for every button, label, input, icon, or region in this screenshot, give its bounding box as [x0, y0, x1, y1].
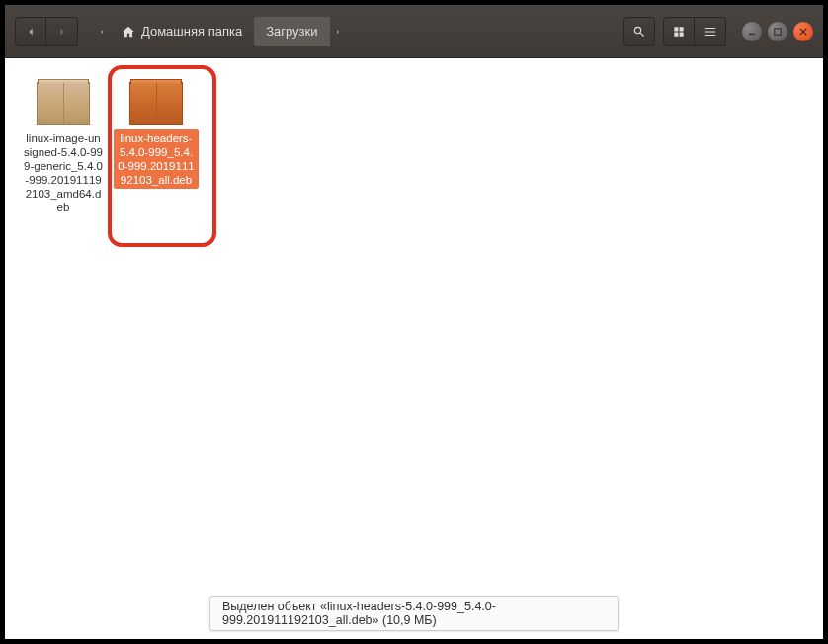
window-controls: [742, 22, 813, 41]
forward-button[interactable]: [46, 17, 78, 46]
grid-icon: [672, 25, 686, 39]
svg-rect-0: [749, 33, 755, 35]
list-view-button[interactable]: [695, 17, 726, 46]
package-icon: [37, 78, 90, 125]
chevron-right-icon: [55, 25, 69, 39]
file-item-selected[interactable]: linux-headers-5.4.0-999_5.4.0-999.201911…: [110, 74, 203, 193]
home-icon: [122, 25, 135, 39]
back-button[interactable]: [15, 17, 46, 46]
chevron-left-icon: [24, 25, 38, 39]
grid-view-button[interactable]: [663, 17, 695, 46]
list-icon: [704, 25, 717, 39]
breadcrumb-home-label: Домашняя папка: [141, 24, 242, 39]
file-grid[interactable]: linux-image-unsigned-5.4.0-999-generic_5…: [5, 58, 823, 639]
file-label: linux-image-unsigned-5.4.0-999-generic_5…: [21, 129, 106, 216]
path-bar: Домашняя папка Загрузки: [94, 17, 618, 46]
svg-rect-1: [775, 28, 781, 34]
search-button[interactable]: [623, 17, 655, 46]
nav-buttons: [15, 17, 78, 46]
file-item[interactable]: linux-image-unsigned-5.4.0-999-generic_5…: [17, 74, 110, 220]
file-label-selected: linux-headers-5.4.0-999_5.4.0-999.201911…: [114, 129, 199, 189]
minimize-button[interactable]: [742, 22, 762, 41]
close-button[interactable]: [793, 22, 813, 41]
breadcrumb-current[interactable]: Загрузки: [254, 17, 329, 46]
toolbar: Домашняя папка Загрузки: [5, 5, 823, 58]
right-controls: [623, 17, 813, 46]
status-bar: Выделен объект «linux-headers-5.4.0-999_…: [209, 596, 619, 631]
maximize-button[interactable]: [768, 22, 787, 41]
maximize-icon: [774, 28, 782, 36]
file-manager-window: Домашняя папка Загрузки: [0, 0, 828, 644]
package-icon-selected: [129, 78, 183, 125]
search-icon: [632, 25, 646, 39]
breadcrumb-home[interactable]: Домашняя папка: [110, 17, 254, 46]
close-icon: [799, 28, 807, 36]
minimize-icon: [748, 28, 756, 36]
view-toggle: [663, 17, 726, 46]
path-chevron-right[interactable]: [330, 17, 346, 46]
status-text: Выделен объект «linux-headers-5.4.0-999_…: [222, 600, 496, 627]
breadcrumb-current-label: Загрузки: [266, 24, 317, 39]
path-chevron-left[interactable]: [94, 17, 110, 46]
content-wrapper: linux-image-unsigned-5.4.0-999-generic_5…: [5, 58, 823, 639]
